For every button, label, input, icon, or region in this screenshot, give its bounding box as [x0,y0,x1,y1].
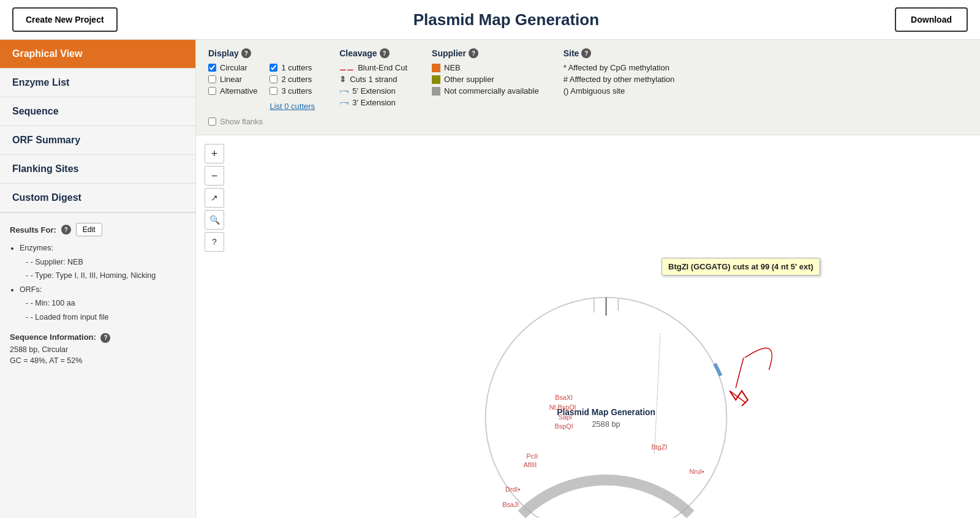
cuts1-strand-icon: ⇕ [339,75,346,84]
cleavage-items: ⚊⚊ Blunt-End Cut ⇕ Cuts 1 strand ⌐¬ 5' E… [339,63,407,107]
show-flanks-checkbox[interactable] [208,118,216,126]
site-help-icon[interactable]: ? [581,48,591,58]
edit-button[interactable]: Edit [76,223,102,236]
sidebar-info: Results For: ? Edit Enzymes: - Supplier:… [0,213,195,375]
show-flanks: Show flanks [208,117,968,126]
alternative-checkbox[interactable] [208,87,216,95]
tooltip-text: BtgZI (GCGATG) cuts at 99 (4 nt 5' ext) [668,262,813,271]
neb-item: NEB [432,63,539,72]
other-supplier-dot [432,75,440,84]
enzyme-nrui[interactable]: NruI• [689,468,704,475]
shape-col: Circular Linear Alternative [208,63,257,111]
enzyme-tooltip: BtgZI (GCGATG) cuts at 99 (4 nt 5' ext) [662,258,820,276]
cutters-col: 1 cutters 2 cutters 3 cutters List 0 cut… [270,63,315,111]
seq-bp: 2588 bp, Circular [10,345,186,354]
svg-line-4 [654,334,660,454]
enzyme-btgzi[interactable]: BtgZI [651,443,667,451]
linear-checkbox[interactable] [208,75,216,83]
create-new-project-button[interactable]: Create New Project [12,7,118,32]
site-items: * Affected by CpG methylation # Afffecte… [564,63,675,96]
header: Create New Project Plasmid Map Generatio… [0,0,980,40]
circular-checkbox[interactable] [208,64,216,72]
sidebar-item-sequence[interactable]: Sequence [0,97,195,126]
sequence-information: Sequence Information: ? 2588 bp, Circula… [10,332,186,365]
ext3-icon: ⌐¬ [339,98,349,107]
supplier-items: NEB Other supplier Not commercially avai… [432,63,539,96]
ext3-item: ⌐¬ 3' Extension [339,98,407,107]
expand-button[interactable]: ↗ [205,188,224,208]
enzyme-bsaxi[interactable]: BsaXI [555,394,573,401]
site-title: Site ? [564,48,675,58]
map-controls: + − ↗ 🔍 ? [205,144,224,252]
display-help-icon[interactable]: ? [241,48,251,58]
help-button[interactable]: ? [205,232,224,252]
enzyme-ntbspqi[interactable]: Nt.BspQI [549,404,576,411]
list-0-cutters-link[interactable]: List 0 cutters [270,102,315,111]
enzyme-drdi[interactable]: DrdI• [505,486,520,493]
sidebar-item-graphical-view[interactable]: Graphical View [0,40,195,69]
sidebar-item-enzyme-list[interactable]: Enzyme List [0,69,195,97]
enzyme-bsaji[interactable]: BsaJI [502,501,519,508]
seq-gc: GC = 48%, AT = 52% [10,356,186,365]
type-item: - Type: Type I, II, III, Homing, Nicking [26,269,186,283]
enzyme-pcii[interactable]: PcII [527,452,538,460]
cleavage-help-icon[interactable]: ? [380,48,390,58]
3cutters-checkbox[interactable] [270,87,277,95]
blunt-end-icon: ⚊⚊ [339,63,354,72]
enzymes-sublist: - Supplier: NEB - Type: Type I, II, III,… [20,255,186,283]
sidebar: Graphical View Enzyme List Sequence ORF … [0,40,196,518]
1cutters-checkbox-item[interactable]: 1 cutters [270,63,315,72]
min-item: - Min: 100 aa [26,296,186,310]
seq-info-help-icon[interactable]: ? [100,333,110,343]
other-supplier-item: Other supplier [432,75,539,84]
cleavage-group: Cleavage ? ⚊⚊ Blunt-End Cut ⇕ Cuts 1 str… [339,48,407,111]
alternative-checkbox-item[interactable]: Alternative [208,86,257,96]
zoom-out-button[interactable]: − [205,166,224,186]
linear-checkbox-item[interactable]: Linear [208,75,257,84]
page-title: Plasmid Map Generation [118,10,895,29]
supplier-item: - Supplier: NEB [26,255,186,269]
content-area: Display ? Circular Linear [196,40,980,518]
1cutters-checkbox[interactable] [270,64,277,72]
enzyme-bspqi[interactable]: BspQI [555,422,573,430]
display-items: Circular Linear Alternative [208,63,315,111]
download-button[interactable]: Download [895,7,968,32]
supplier-help-icon[interactable]: ? [469,48,478,58]
zoom-in-button[interactable]: + [205,144,224,163]
sidebar-item-flanking-sites[interactable]: Flanking Sites [0,155,195,184]
3cutters-checkbox-item[interactable]: 3 cutters [270,86,315,96]
seq-info-title: Sequence Information: ? [10,332,110,342]
site-group: Site ? * Affected by CpG methylation # A… [564,48,675,111]
cpg-methylation-item: * Affected by CpG methylation [564,63,675,72]
search-button[interactable]: 🔍 [205,210,224,230]
sidebar-item-orf-summary[interactable]: ORF Summary [0,126,195,155]
results-for-label: Results For: [10,225,56,235]
enzyme-afliii[interactable]: AflIII [524,461,537,468]
plasmid-map-svg: Plasmid Map Generation 2588 bp BsaXI Nt.… [196,135,980,518]
map-center-bp: 2588 bp [592,419,620,429]
ext5-item: ⌐¬ 5' Extension [339,86,407,96]
controls-panel: Display ? Circular Linear [196,40,980,135]
cuts1-strand-item: ⇕ Cuts 1 strand [339,75,407,84]
2cutters-checkbox[interactable] [270,75,277,83]
2cutters-checkbox-item[interactable]: 2 cutters [270,75,315,84]
supplier-title: Supplier ? [432,48,539,58]
sidebar-nav: Graphical View Enzyme List Sequence ORF … [0,40,195,213]
not-available-item: Not commercially available [432,86,539,96]
loaded-item: - Loaded from input file [26,310,186,325]
supplier-group: Supplier ? NEB Other supplier [432,48,539,111]
display-title: Display ? [208,48,315,58]
results-help-icon[interactable]: ? [61,225,71,235]
blunt-end-item: ⚊⚊ Blunt-End Cut [339,63,407,72]
ambiguous-site-item: () Ambiguous site [564,86,675,96]
circular-checkbox-item[interactable]: Circular [208,63,257,72]
results-header: Results For: ? Edit [10,223,186,236]
not-available-dot [432,87,440,96]
other-methylation-item: # Afffected by other methylation [564,75,675,84]
main-layout: Graphical View Enzyme List Sequence ORF … [0,40,980,518]
cleavage-title: Cleavage ? [339,48,407,58]
ext5-icon: ⌐¬ [339,86,349,96]
sidebar-item-custom-digest[interactable]: Custom Digest [0,184,195,212]
enzyme-sapi[interactable]: SapI [558,413,571,421]
enzymes-item: Enzymes: - Supplier: NEB - Type: Type I,… [20,241,186,283]
